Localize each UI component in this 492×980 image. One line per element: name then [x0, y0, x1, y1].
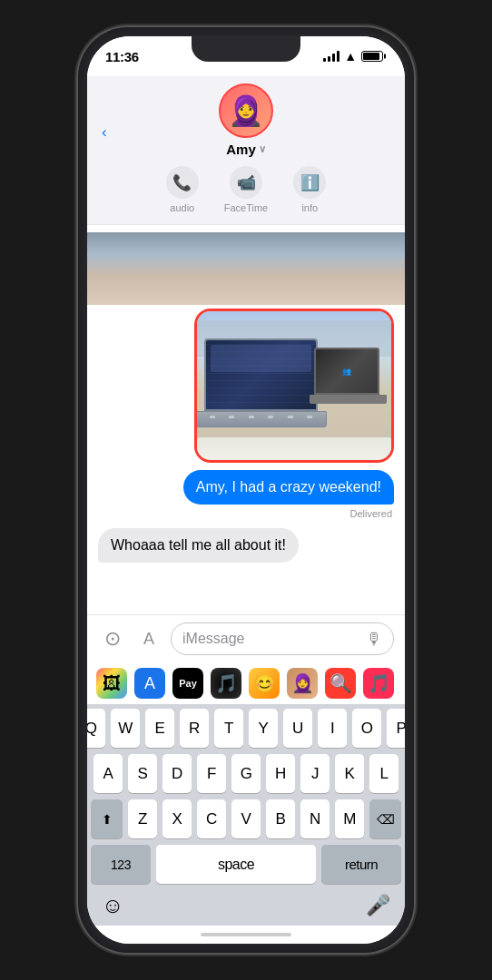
- wifi-icon: ▲: [344, 49, 357, 64]
- key-e[interactable]: E: [145, 709, 174, 748]
- facetime-label: FaceTime: [224, 202, 269, 213]
- avatar[interactable]: 🧕: [219, 83, 273, 138]
- key-b[interactable]: B: [266, 799, 295, 838]
- input-area: ⊙ A iMessage 🎙: [87, 614, 405, 662]
- laptop-secondary: 👥: [314, 348, 382, 407]
- chevron-down-icon: ∨: [259, 143, 266, 155]
- keyboard-row-1: Q W E R T Y U I O P: [87, 704, 405, 750]
- key-y[interactable]: Y: [249, 709, 278, 748]
- outgoing-text: Amy, I had a crazy weekend!: [196, 479, 381, 495]
- applepay-app-icon[interactable]: Pay: [172, 668, 203, 699]
- info-label: info: [301, 202, 318, 213]
- mic-button[interactable]: 🎤: [366, 894, 390, 917]
- back-button[interactable]: ‹: [102, 116, 107, 149]
- key-h[interactable]: H: [266, 754, 295, 793]
- key-t[interactable]: T: [214, 709, 243, 748]
- key-w[interactable]: W: [111, 709, 140, 748]
- status-time: 11:36: [105, 49, 139, 64]
- home-indicator: [87, 926, 405, 944]
- music2-app-icon[interactable]: 🎵: [363, 668, 394, 699]
- key-n[interactable]: N: [300, 799, 330, 838]
- space-key[interactable]: space: [156, 845, 316, 884]
- key-q[interactable]: Q: [87, 709, 105, 748]
- key-a[interactable]: A: [93, 754, 123, 793]
- camera-button[interactable]: ⊙: [98, 624, 127, 653]
- keyboard-row-4: 123 space return: [87, 840, 405, 887]
- incoming-text: Whoaaa tell me all about it!: [111, 537, 286, 553]
- audio-label: audio: [170, 202, 194, 213]
- message-input[interactable]: iMessage 🎙: [171, 622, 394, 655]
- contact-name[interactable]: Amy ∨: [226, 142, 266, 157]
- outgoing-bubble: Amy, I had a crazy weekend!: [183, 470, 394, 505]
- camera-icon: ⊙: [104, 627, 121, 651]
- audio-action[interactable]: 📞 audio: [166, 166, 199, 213]
- delete-key[interactable]: ⌫: [369, 799, 401, 838]
- notch: [192, 36, 300, 62]
- key-r[interactable]: R: [180, 709, 209, 748]
- incoming-message: Whoaaa tell me all about it!: [87, 524, 405, 566]
- key-x[interactable]: X: [162, 799, 192, 838]
- applepay-icon: Pay: [179, 678, 197, 689]
- music2-icon: 🎵: [368, 672, 390, 694]
- messages-area: 👥 Amy, I had a crazy weekend! Delivered: [87, 225, 405, 614]
- key-p[interactable]: P: [387, 709, 405, 748]
- animoji-icon: 😊: [253, 672, 276, 694]
- input-placeholder: iMessage: [182, 631, 244, 647]
- home-bar: [201, 933, 291, 936]
- info-action[interactable]: ℹ️ info: [293, 166, 326, 213]
- laptop-scene: 👥: [197, 311, 391, 460]
- return-key[interactable]: return: [321, 845, 401, 884]
- key-z[interactable]: Z: [128, 799, 157, 838]
- audio-icon: 📞: [166, 166, 199, 199]
- facetime-action[interactable]: 📹 FaceTime: [224, 166, 269, 213]
- appstore-app-icon[interactable]: A: [134, 668, 165, 699]
- animoji-app-icon[interactable]: 😊: [249, 668, 280, 699]
- outgoing-message: Amy, I had a crazy weekend!: [87, 466, 405, 506]
- facetime-icon: 📹: [230, 166, 262, 199]
- appstore-icon: A: [143, 630, 154, 649]
- keyboard-row-2: A S D F G H J K L: [87, 750, 405, 795]
- memoji-icon: 🧕: [291, 672, 314, 694]
- key-o[interactable]: O: [352, 709, 381, 748]
- incoming-bubble: Whoaaa tell me all about it!: [98, 528, 299, 563]
- key-v[interactable]: V: [231, 799, 261, 838]
- image-message[interactable]: 👥: [87, 305, 405, 466]
- phone-shell: 11:36 ▲ ‹ 🧕 Amy ∨: [78, 27, 414, 953]
- music-icon: 🎵: [215, 672, 238, 694]
- key-k[interactable]: K: [335, 754, 364, 793]
- contact-header: ‹ 🧕 Amy ∨ 📞 audio 📹 FaceTime ℹ️: [87, 76, 405, 225]
- appstore-button[interactable]: A: [134, 624, 163, 653]
- photos-icon: 🖼: [103, 673, 121, 694]
- signal-icon: [323, 51, 339, 62]
- battery-icon: [361, 51, 383, 62]
- key-m[interactable]: M: [335, 799, 364, 838]
- laptop-main: [204, 338, 322, 429]
- emoji-button[interactable]: ☺: [102, 893, 124, 918]
- image-bubble: 👥: [194, 309, 394, 463]
- key-l[interactable]: L: [369, 754, 399, 793]
- contact-name-text: Amy: [226, 142, 256, 157]
- music-app-icon[interactable]: 🎵: [211, 668, 241, 699]
- key-u[interactable]: U: [283, 709, 312, 748]
- key-f[interactable]: F: [197, 754, 226, 793]
- photos-app-icon[interactable]: 🖼: [96, 668, 127, 699]
- key-j[interactable]: J: [300, 754, 330, 793]
- key-i[interactable]: I: [318, 709, 347, 748]
- key-s[interactable]: S: [128, 754, 157, 793]
- key-d[interactable]: D: [162, 754, 192, 793]
- globe-app-icon[interactable]: 🔍: [325, 668, 356, 699]
- memoji-app-icon[interactable]: 🧕: [287, 668, 318, 699]
- screen: 11:36 ▲ ‹ 🧕 Amy ∨: [87, 36, 405, 944]
- key-g[interactable]: G: [231, 754, 261, 793]
- contact-actions: 📞 audio 📹 FaceTime ℹ️ info: [166, 166, 327, 213]
- appstore-icon: A: [144, 674, 155, 693]
- globe-icon: 🔍: [330, 672, 352, 694]
- num-key[interactable]: 123: [91, 845, 151, 884]
- key-c[interactable]: C: [197, 799, 226, 838]
- delivered-status: Delivered: [87, 506, 405, 524]
- status-bar: 11:36 ▲: [87, 36, 405, 76]
- photo-strip: [87, 232, 405, 305]
- voice-icon: 🎙: [366, 630, 382, 649]
- shift-key[interactable]: ⬆: [91, 799, 123, 838]
- keyboard-bottom: ☺ 🎤: [87, 887, 405, 926]
